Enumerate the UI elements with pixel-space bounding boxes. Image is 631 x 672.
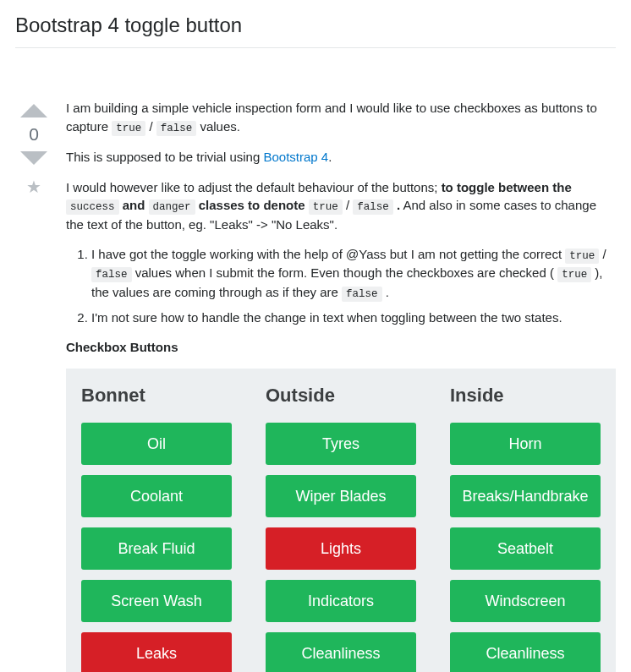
text: I have got the toggle working with the h… [91, 247, 565, 261]
text: . [382, 285, 389, 299]
text: This is supposed to be trivial using [66, 150, 263, 164]
toggle-button[interactable]: Leaks [81, 632, 232, 672]
vote-column: 0 ★ [15, 99, 52, 672]
text: . [328, 150, 332, 164]
downvote-icon[interactable] [20, 151, 47, 165]
demo-column-title: Outside [266, 382, 416, 409]
toggle-button[interactable]: Tyres [266, 423, 416, 465]
code-danger: danger [149, 199, 195, 215]
code-false: false [91, 267, 132, 282]
code-true: true [565, 249, 599, 264]
favorite-icon[interactable]: ★ [26, 177, 41, 197]
code-true: true [309, 199, 343, 215]
toggle-button[interactable]: Cleanliness [450, 632, 601, 672]
demo-column-title: Inside [450, 382, 601, 409]
upvote-icon[interactable] [20, 104, 47, 117]
text: I would however like to adjust the defau… [66, 180, 442, 194]
demo-panel: Bonnet Oil Coolant Break Fluid Screen Wa… [66, 369, 616, 672]
bootstrap-link[interactable]: Bootstrap 4 [263, 150, 328, 164]
code-false: false [156, 121, 197, 136]
text: / [145, 119, 156, 134]
checkbox-buttons-heading: Checkbox Buttons [66, 338, 616, 357]
text: to toggle between the [442, 180, 572, 194]
toggle-button[interactable]: Lights [266, 527, 416, 570]
list-item: I have got the toggle working with the h… [91, 245, 616, 301]
text: . [393, 198, 400, 212]
toggle-button[interactable]: Seatbelt [450, 527, 601, 570]
code-false: false [342, 287, 382, 302]
text: and [119, 198, 149, 212]
demo-column-inside: Inside Horn Breaks/Handbrake Seatbelt Wi… [450, 382, 601, 672]
demo-column-title: Bonnet [81, 382, 232, 409]
vote-count: 0 [29, 124, 39, 145]
toggle-button[interactable]: Indicators [266, 580, 416, 622]
list-item: I'm not sure how to handle the change in… [91, 309, 616, 327]
toggle-button[interactable]: Coolant [81, 475, 232, 517]
paragraph-3: I would however like to adjust the defau… [66, 178, 616, 234]
toggle-button[interactable]: Horn [450, 423, 601, 465]
toggle-button[interactable]: Break Fluid [81, 527, 232, 570]
code-true: true [112, 121, 145, 136]
demo-column-outside: Outside Tyres Wiper Blades Lights Indica… [266, 382, 416, 672]
text: values. [196, 119, 240, 134]
toggle-button[interactable]: Screen Wash [81, 580, 232, 622]
code-false: false [353, 199, 393, 215]
bold-text: and [119, 198, 149, 212]
demo-column-bonnet: Bonnet Oil Coolant Break Fluid Screen Wa… [81, 382, 232, 672]
ordered-list: I have got the toggle working with the h… [66, 245, 616, 326]
text: values when I submit the form. Even thou… [132, 265, 558, 280]
toggle-button[interactable]: Wiper Blades [266, 475, 416, 517]
text: / [599, 247, 606, 261]
toggle-button[interactable]: Cleanliness [266, 632, 416, 672]
toggle-button[interactable]: Oil [81, 423, 232, 465]
text: / [343, 198, 354, 212]
text: classes to denote [195, 198, 309, 212]
bold-text: . [393, 198, 400, 212]
bold-text: classes to denote [195, 198, 309, 212]
code-success: success [66, 199, 119, 215]
question-title: Bootstrap 4 toggle button [15, 14, 616, 37]
title-divider [15, 47, 616, 48]
post-layout: 0 ★ I am building a simple vehicle inspe… [15, 99, 616, 672]
toggle-button[interactable]: Breaks/Handbrake [450, 475, 601, 517]
toggle-button[interactable]: Windscreen [450, 580, 601, 622]
bold-text: to toggle between the [442, 180, 572, 194]
code-true: true [557, 267, 591, 282]
paragraph-1: I am building a simple vehicle inspectio… [66, 99, 616, 136]
paragraph-2: This is supposed to be trivial using Boo… [66, 148, 616, 167]
post-body: I am building a simple vehicle inspectio… [66, 99, 616, 672]
